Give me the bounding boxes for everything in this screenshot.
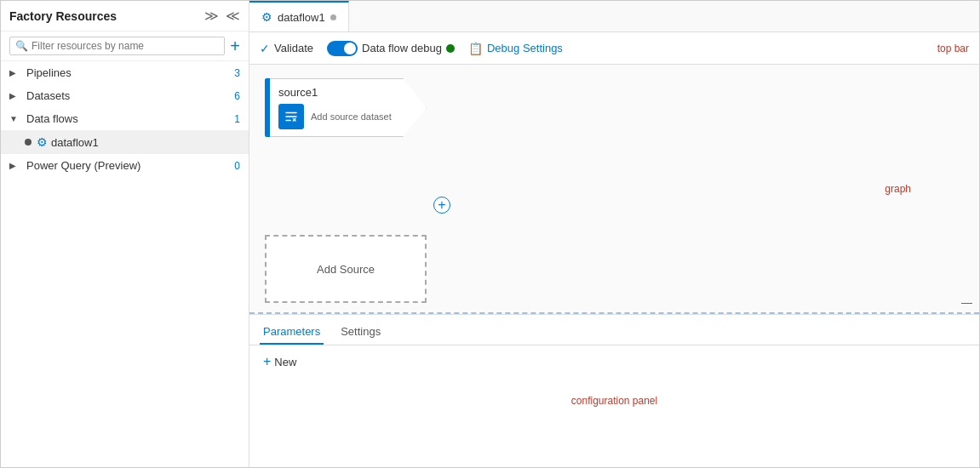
- sidebar-nav: ▶ Pipelines 3 ▶ Datasets 6 ▼ Data flows …: [1, 61, 249, 467]
- dataflows-label: Data flows: [26, 112, 234, 125]
- debug-label: Data flow debug: [362, 42, 442, 54]
- pipelines-count: 3: [234, 67, 240, 79]
- search-input[interactable]: [32, 40, 219, 52]
- minimize-panel-button[interactable]: —: [961, 296, 972, 309]
- add-resource-button[interactable]: +: [230, 37, 240, 54]
- search-box[interactable]: 🔍: [9, 37, 225, 55]
- config-panel-annotation: configuration panel: [263, 395, 966, 407]
- graph-annotation: graph: [885, 183, 911, 195]
- graph-area: source1 Add source dataset: [249, 65, 979, 314]
- source-node[interactable]: source1 Add source dataset: [265, 78, 427, 137]
- new-label: New: [274, 356, 296, 368]
- chevron-right-icon: ▶: [9, 68, 23, 77]
- node-desc: Add source dataset: [311, 111, 392, 122]
- tab-bar: ⚙ dataflow1: [249, 1, 979, 32]
- bottom-tabs: Parameters Settings: [249, 315, 979, 345]
- sidebar-title: Factory Resources: [9, 9, 117, 23]
- node-title: source1: [278, 86, 392, 99]
- node-card: source1 Add source dataset: [270, 78, 427, 137]
- toolbar: ✓ Validate Data flow debug 📋 Debug Setti…: [249, 32, 979, 65]
- chevron-down-icon: ▼: [9, 114, 23, 123]
- search-icon: 🔍: [15, 40, 28, 52]
- chevron-right-icon: ▶: [9, 161, 23, 170]
- sidebar-item-powerquery[interactable]: ▶ Power Query (Preview) 0: [1, 154, 249, 177]
- debug-settings-button[interactable]: 📋 Debug Settings: [468, 42, 563, 55]
- main-area: ⚙ dataflow1 ✓ Validate Data flow debug 📋: [249, 1, 979, 467]
- sidebar-item-datasets[interactable]: ▶ Datasets 6: [1, 84, 249, 107]
- node-left-bar: [265, 78, 270, 137]
- powerquery-count: 0: [234, 160, 240, 172]
- top-bar-annotation: top bar: [937, 43, 969, 54]
- expand-icon[interactable]: ≪: [226, 8, 240, 24]
- sidebar-item-dataflows[interactable]: ▼ Data flows 1: [1, 107, 249, 130]
- tab-parameters[interactable]: Parameters: [260, 320, 324, 345]
- node-icon-box: [278, 104, 304, 129]
- validate-button[interactable]: ✓ Validate: [260, 42, 313, 55]
- node-body-row: Add source dataset: [278, 104, 392, 129]
- debug-settings-label: Debug Settings: [487, 42, 563, 54]
- add-transformation-button[interactable]: +: [433, 197, 450, 214]
- chevron-right-icon: ▶: [9, 91, 23, 100]
- node-data-icon: [284, 109, 299, 124]
- tab-label: dataflow1: [278, 11, 325, 24]
- bottom-content: + New configuration panel: [249, 345, 979, 467]
- sidebar-header-controls: ≫ ≪: [204, 8, 240, 24]
- add-source-button[interactable]: Add Source: [265, 235, 427, 303]
- tab-settings[interactable]: Settings: [337, 320, 384, 345]
- sidebar-header: Factory Resources ≫ ≪: [1, 1, 249, 31]
- tab-unsaved-dot: [330, 14, 336, 20]
- add-source-label: Add Source: [317, 263, 375, 276]
- datasets-label: Datasets: [26, 89, 234, 102]
- sidebar-item-pipelines[interactable]: ▶ Pipelines 3: [1, 61, 249, 84]
- dataflows-count: 1: [234, 113, 240, 125]
- validate-label: Validate: [274, 42, 313, 54]
- plus-icon: +: [263, 354, 271, 369]
- new-parameter-button[interactable]: + New: [263, 354, 966, 369]
- pipelines-label: Pipelines: [26, 66, 234, 79]
- debug-toggle-group: Data flow debug: [327, 41, 455, 56]
- dataflow-icon: ⚙: [37, 135, 48, 149]
- tab-dataflow1[interactable]: ⚙ dataflow1: [249, 1, 349, 31]
- sidebar-search-area: 🔍 +: [1, 31, 249, 61]
- powerquery-label: Power Query (Preview): [26, 159, 234, 172]
- active-dot: [25, 139, 32, 146]
- debug-status-dot: [446, 44, 455, 53]
- dataflow-tab-icon: ⚙: [261, 10, 272, 24]
- debug-settings-icon: 📋: [468, 42, 483, 55]
- debug-toggle[interactable]: [327, 41, 358, 56]
- sidebar: Factory Resources ≫ ≪ 🔍 + ▶ Pipelines 3: [1, 1, 249, 467]
- collapse-icon[interactable]: ≫: [204, 8, 219, 24]
- datasets-count: 6: [234, 90, 240, 102]
- search-add-row: 🔍 +: [9, 37, 240, 55]
- sidebar-item-dataflow1[interactable]: ⚙ dataflow1: [1, 130, 249, 154]
- dataflow1-label: dataflow1: [51, 136, 240, 149]
- check-icon: ✓: [260, 42, 270, 55]
- bottom-panel: Parameters Settings + New configuration …: [249, 314, 979, 467]
